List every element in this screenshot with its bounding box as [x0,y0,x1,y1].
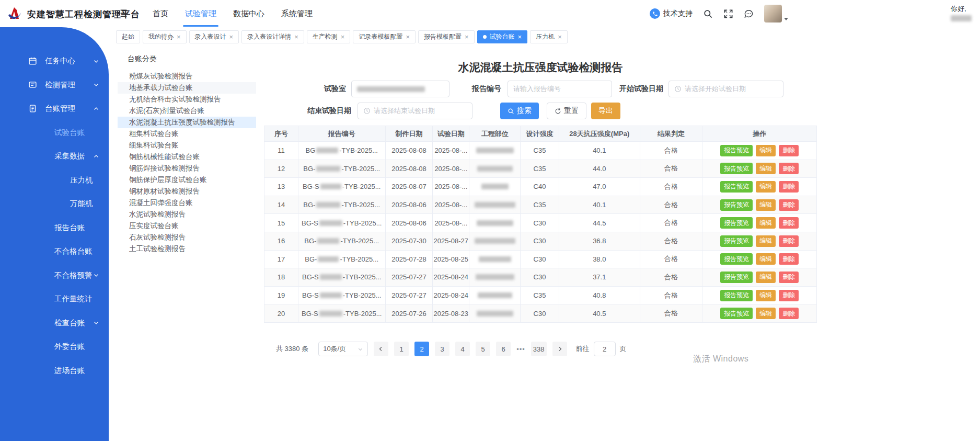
sidebar-item[interactable]: 检测管理 [0,73,109,97]
edit-button[interactable]: 编辑 [756,272,776,283]
tab[interactable]: 录入表设计× [189,30,239,43]
category-item[interactable]: 石灰试验检测报告 [118,232,256,243]
sidebar-item[interactable]: 试验台账 [0,121,109,145]
category-item[interactable]: 压实度试验台账 [118,220,256,232]
page-button[interactable]: 4 [455,342,470,356]
end-date-input[interactable]: 请选择结束试验日期 [358,103,472,119]
user-greeting[interactable]: 你好, [951,4,972,22]
tab[interactable]: 录入表设计详情× [241,30,304,43]
edit-button[interactable]: 编辑 [756,163,776,174]
more-pages-ellipsis[interactable]: ••• [516,345,525,353]
category-item[interactable]: 粉煤灰试验检测报告 [118,71,256,82]
start-date-input[interactable]: 请选择开始试验日期 [668,81,783,97]
report-preview-button[interactable]: 报告预览 [720,308,753,319]
delete-button[interactable]: 删除 [779,145,799,156]
page-button[interactable]: 2 [414,342,429,356]
tab-close-icon[interactable]: × [558,33,562,40]
category-item[interactable]: 钢筋保护层厚度试验台账 [118,174,256,186]
fullscreen-icon[interactable] [723,9,733,19]
tab[interactable]: 我的待办× [143,30,187,43]
edit-button[interactable]: 编辑 [756,253,776,265]
sidebar-item[interactable]: 不合格预警 [0,264,109,288]
edit-button[interactable]: 编辑 [756,145,776,156]
page-button[interactable]: 3 [435,342,449,356]
tab-close-icon[interactable]: × [518,33,522,40]
report-preview-button[interactable]: 报告预览 [720,290,753,301]
tab[interactable]: 记录表模板配置× [353,30,416,43]
delete-button[interactable]: 删除 [779,217,799,229]
report-preview-button[interactable]: 报告预览 [720,272,753,283]
nav-item-系统管理[interactable]: 系统管理 [281,0,313,27]
nav-item-首页[interactable]: 首页 [153,0,168,27]
category-item[interactable]: 土工试验检测报告 [118,243,256,255]
tab[interactable]: 生产检测× [307,30,351,43]
category-item[interactable]: 无机结合料击实试验检测报告 [118,94,256,105]
page-button[interactable]: 1 [394,342,409,356]
search-icon[interactable] [703,9,713,19]
edit-button[interactable]: 编辑 [756,235,776,247]
sidebar-item[interactable]: 检查台账 [0,311,109,335]
category-item[interactable]: 钢材原材试验检测报告 [118,186,256,197]
sidebar-item[interactable]: 不合格台账 [0,240,109,264]
edit-button[interactable]: 编辑 [756,308,776,319]
message-icon[interactable] [744,9,754,19]
category-item[interactable]: 水泥试验检测报告 [118,209,256,220]
tab[interactable]: 试验台账× [477,30,528,43]
sidebar-item[interactable]: 台账管理 [0,97,109,121]
edit-button[interactable]: 编辑 [756,217,776,229]
delete-button[interactable]: 删除 [779,235,799,247]
report-preview-button[interactable]: 报告预览 [720,163,753,174]
report-no-input[interactable]: 请输入报告编号 [508,81,612,97]
lab-input[interactable] [351,81,449,97]
tab-close-icon[interactable]: × [177,33,181,40]
next-page-button[interactable] [552,342,567,356]
delete-button[interactable]: 删除 [779,199,799,211]
delete-button[interactable]: 删除 [779,163,799,174]
edit-button[interactable]: 编辑 [756,290,776,301]
user-menu[interactable] [764,5,788,22]
report-preview-button[interactable]: 报告预览 [720,199,753,211]
tab-close-icon[interactable]: × [229,33,234,40]
delete-button[interactable]: 删除 [779,253,799,265]
report-preview-button[interactable]: 报告预览 [720,181,753,193]
delete-button[interactable]: 删除 [779,290,799,301]
delete-button[interactable]: 删除 [779,272,799,283]
sidebar-item[interactable]: 任务中心 [0,49,109,73]
sidebar-item[interactable]: 外委台账 [0,335,109,359]
category-item[interactable]: 钢筋机械性能试验台账 [118,151,256,163]
report-preview-button[interactable]: 报告预览 [720,235,753,247]
category-item[interactable]: 地基承载力试验台账 [118,82,256,94]
edit-button[interactable]: 编辑 [756,199,776,211]
tab-close-icon[interactable]: × [406,33,410,40]
tab[interactable]: 报告模板配置× [418,30,475,43]
tab-close-icon[interactable]: × [465,33,469,40]
report-preview-button[interactable]: 报告预览 [720,145,753,156]
page-button[interactable]: 5 [476,342,490,356]
sidebar-item[interactable]: 采集数据 [0,144,109,168]
export-button[interactable]: 导出 [591,103,620,119]
tab[interactable]: 压力机× [530,30,568,43]
report-preview-button[interactable]: 报告预览 [720,253,753,265]
category-item[interactable]: 混凝土回弹强度台账 [118,197,256,209]
page-button[interactable]: 338 [531,342,547,356]
edit-button[interactable]: 编辑 [756,181,776,193]
category-item[interactable]: 粗集料试验台账 [118,128,256,140]
report-preview-button[interactable]: 报告预览 [720,217,753,229]
category-item[interactable]: 钢筋焊接试验检测报告 [118,163,256,174]
sidebar-item[interactable]: 进场台账 [0,359,109,383]
sidebar-item[interactable]: 万能机 [0,192,109,216]
tab-close-icon[interactable]: × [294,33,298,40]
search-button[interactable]: 搜索 [500,103,539,119]
collapse-sidebar-icon[interactable] [117,9,128,18]
delete-button[interactable]: 删除 [779,308,799,319]
page-size-select[interactable]: 10条/页 [318,342,368,356]
category-item[interactable]: 水泥混凝土抗压强度试验检测报告 [118,117,256,128]
category-item[interactable]: 细集料试验台账 [118,140,256,151]
nav-item-数据中心[interactable]: 数据中心 [233,0,264,27]
page-button[interactable]: 6 [496,342,511,356]
category-item[interactable]: 水泥(石灰)剂量试验台账 [118,105,256,117]
sidebar-item[interactable]: 报告台账 [0,216,109,240]
prev-page-button[interactable] [374,342,388,356]
goto-page-input[interactable]: 2 [594,342,616,356]
sidebar-item[interactable]: 压力机 [0,168,109,193]
